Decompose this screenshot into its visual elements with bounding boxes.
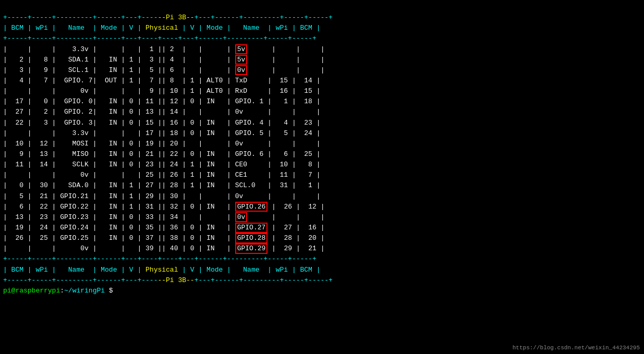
row-9: | | | 3.3v | | | 17 || 18 | 0 | IN | GPI… [3, 129, 321, 137]
row-19: | 26 | 25 | GPIO.25 | IN | 0 | 37 || 38 … [3, 234, 325, 242]
row-4: | 4 | 7 | GPIO. 7| OUT | 1 | 7 || 8 | 1 … [3, 77, 321, 84]
row-15: | 5 | 21 | GPIO.21 | IN | 1 | 29 || 30 |… [3, 192, 321, 200]
row-2: | 2 | 8 | SDA.1 | IN | 1 | 3 || 4 | | | … [3, 56, 325, 64]
row-5: | | | 0v | | | 9 || 10 | 1 | ALT0 | RxD … [3, 87, 321, 95]
row-18: | 19 | 24 | GPIO.24 | IN | 0 | 35 || 36 … [3, 224, 325, 231]
row-3: | 3 | 9 | SCL.1 | IN | 1 | 5 || 6 | | | … [3, 66, 325, 74]
watermark: https://blog.csdn.net/weixin_44234295 [513, 345, 640, 351]
header-line2: | BCM | wPi | Name | Mode | V | Physical… [3, 24, 321, 32]
header-line3: +-----+-----+---------+------+---+----+-… [3, 34, 317, 42]
row-12: | 11 | 14 | SCLK | IN | 0 | 23 || 24 | 1… [3, 161, 321, 168]
header-line1: +-----+-----+---------+------+---+------… [3, 14, 333, 21]
footer-line3: +-----+-----+---------+------+---+------… [3, 276, 333, 284]
row-16: | 6 | 22 | GPIO.22 | IN | 1 | 31 || 32 |… [3, 203, 325, 211]
command-prompt: pi@raspberrypi:~/wiringPi $ [3, 287, 117, 295]
footer-line2: | BCM | wPi | Name | Mode | V | Physical… [3, 266, 321, 274]
row-8: | 22 | 3 | GPIO. 3| IN | 0 | 15 || 16 | … [3, 119, 321, 127]
row-6: | 17 | 0 | GPIO. 0| IN | 0 | 11 || 12 | … [3, 97, 321, 105]
row-1: | | | 3.3v | | | 1 || 2 | | | 5v | | | [3, 45, 325, 53]
row-11: | 9 | 13 | MISO | IN | 0 | 21 || 22 | 0 … [3, 150, 321, 158]
row-20: | | | 0v | | | 39 || 40 | 0 | IN | GPIO.… [3, 245, 325, 252]
row-10: | 10 | 12 | MOSI | IN | 0 | 19 || 20 | |… [3, 140, 321, 148]
row-7: | 27 | 2 | GPIO. 2| IN | 0 | 13 || 14 | … [3, 108, 321, 116]
row-14: | 0 | 30 | SDA.0 | IN | 1 | 27 || 28 | 1… [3, 181, 321, 189]
terminal-window: +-----+-----+---------+------+---+------… [0, 0, 644, 298]
footer-line1: +-----+-----+---------+------+---+----+-… [3, 255, 317, 263]
row-13: | | | 0v | | | 25 || 26 | 1 | IN | CE1 |… [3, 171, 321, 179]
row-17: | 13 | 23 | GPIO.23 | IN | 0 | 33 || 34 … [3, 213, 325, 221]
